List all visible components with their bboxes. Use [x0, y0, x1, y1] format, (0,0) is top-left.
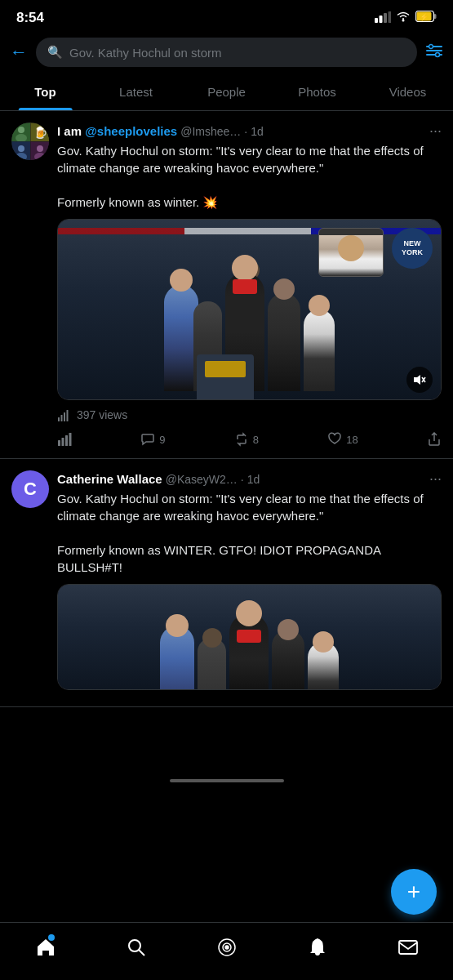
svg-point-4	[402, 20, 405, 22]
nav-home[interactable]	[25, 931, 66, 964]
tweet-actions-1: 9 8 18	[57, 429, 442, 450]
compose-button[interactable]: +	[391, 869, 437, 915]
tab-top[interactable]: Top	[0, 74, 91, 110]
pip-box	[318, 228, 384, 277]
filter-icon[interactable]	[425, 42, 443, 64]
author-name-2: Catherine Wallace	[57, 472, 162, 486]
video-container-2[interactable]	[57, 584, 442, 690]
svg-rect-28	[58, 417, 60, 421]
action-comment-1[interactable]: 9	[140, 432, 165, 447]
views-count-1: 397 views	[57, 408, 442, 422]
avatar-2: C	[11, 470, 49, 508]
tweet-more-2[interactable]: ···	[429, 470, 442, 488]
tweet-dot-1: ·	[244, 125, 247, 138]
collage-cell-2: 🍺	[30, 122, 49, 141]
tweet-time-1: 1d	[251, 125, 264, 138]
ny-logo: NEWYORK	[392, 228, 433, 269]
tab-people[interactable]: People	[181, 74, 272, 110]
svg-point-40	[225, 946, 229, 949]
tweet-content-2: Catherine Wallace @KaseyW2… · 1d ··· Gov…	[57, 470, 442, 698]
svg-rect-34	[65, 435, 68, 446]
svg-point-12	[429, 44, 433, 48]
svg-line-37	[139, 950, 144, 956]
tabs-container: Top Latest People Photos Videos	[0, 74, 453, 111]
author-name-1: I am @sheeplovelies	[57, 124, 177, 138]
tweet-time-2: 1d	[247, 473, 260, 486]
video-container-1[interactable]: NEWYORK	[57, 219, 442, 400]
svg-rect-33	[62, 438, 64, 446]
svg-point-23	[37, 145, 43, 152]
action-retweet-1[interactable]: 8	[234, 432, 259, 447]
svg-rect-41	[399, 941, 417, 954]
bottom-nav	[0, 922, 453, 980]
author-info-2: Catherine Wallace @KaseyW2… · 1d	[57, 472, 423, 486]
wifi-icon	[396, 11, 411, 25]
tweet-header-2: Catherine Wallace @KaseyW2… · 1d ···	[57, 470, 442, 488]
svg-rect-7	[434, 14, 437, 19]
svg-marker-25	[414, 375, 420, 385]
video-thumbnail-2	[58, 585, 441, 690]
signal-icon	[375, 11, 391, 25]
tab-videos[interactable]: Videos	[362, 74, 453, 110]
search-icon: 🔍	[47, 45, 63, 60]
volume-icon[interactable]	[406, 367, 433, 393]
video-thumbnail-1: NEWYORK	[58, 220, 441, 399]
svg-point-13	[436, 52, 440, 56]
svg-rect-30	[64, 412, 65, 421]
svg-rect-2	[384, 13, 387, 23]
collage-cell-4	[30, 141, 49, 160]
nav-spaces[interactable]	[207, 931, 247, 964]
svg-point-36	[129, 940, 140, 951]
search-bar-container: ← 🔍 Gov. Kathy Hochul on storm	[0, 31, 453, 74]
tab-latest[interactable]: Latest	[91, 74, 181, 110]
tweet-header-1: I am @sheeplovelies @Imshee… · 1d ···	[57, 122, 442, 140]
nav-dot	[48, 934, 55, 941]
status-time: 8:54	[16, 10, 44, 26]
tweet-dot-2: ·	[241, 473, 244, 486]
author-handle-1: @Imshee…	[180, 125, 241, 138]
author-handle-2: @KaseyW2…	[166, 473, 238, 486]
svg-rect-31	[67, 410, 69, 421]
tweet-content-1: I am @sheeplovelies @Imshee… · 1d ··· Go…	[57, 122, 442, 450]
tweet-1: 🍺 I am @sheeplovelies @Imshee… · 1	[0, 111, 453, 459]
svg-rect-3	[389, 11, 392, 23]
battery-icon: ⚡	[415, 11, 437, 25]
action-like-1[interactable]: 18	[327, 432, 358, 447]
author-info-1: I am @sheeplovelies @Imshee… · 1d	[57, 124, 423, 138]
svg-rect-0	[375, 18, 378, 23]
tweet-2: C Catherine Wallace @KaseyW2… · 1d ··· G…	[0, 459, 453, 707]
collage-cell-3	[11, 141, 30, 160]
svg-rect-1	[380, 16, 383, 23]
svg-rect-29	[61, 415, 63, 421]
svg-text:🍺: 🍺	[33, 126, 48, 140]
svg-rect-35	[69, 433, 72, 446]
nav-search[interactable]	[116, 931, 157, 964]
action-stats-1[interactable]	[57, 432, 72, 447]
collage-cell-1	[11, 122, 30, 141]
status-bar: 8:54 ⚡	[0, 0, 453, 31]
nav-messages[interactable]	[388, 931, 429, 964]
tab-photos[interactable]: Photos	[272, 74, 362, 110]
home-indicator	[0, 773, 453, 797]
avatar: 🍺	[11, 122, 49, 160]
tweet-text-1: Gov. Kathy Hochul on storm: "It's very c…	[57, 142, 442, 211]
tweet-more-1[interactable]: ···	[429, 122, 442, 140]
svg-point-20	[18, 145, 24, 152]
action-share-1[interactable]	[427, 432, 442, 447]
tweet-text-2: Gov. Kathy Hochul on storm: "It's very c…	[57, 490, 442, 576]
svg-rect-32	[58, 440, 60, 446]
status-icons: ⚡	[375, 11, 437, 25]
search-query: Gov. Kathy Hochul on storm	[69, 46, 221, 60]
svg-point-15	[18, 127, 24, 133]
back-button[interactable]: ←	[10, 42, 28, 63]
home-bar	[170, 779, 284, 782]
nav-notifications[interactable]	[297, 931, 338, 964]
search-bar[interactable]: 🔍 Gov. Kathy Hochul on storm	[36, 38, 417, 67]
svg-text:⚡: ⚡	[420, 12, 429, 22]
